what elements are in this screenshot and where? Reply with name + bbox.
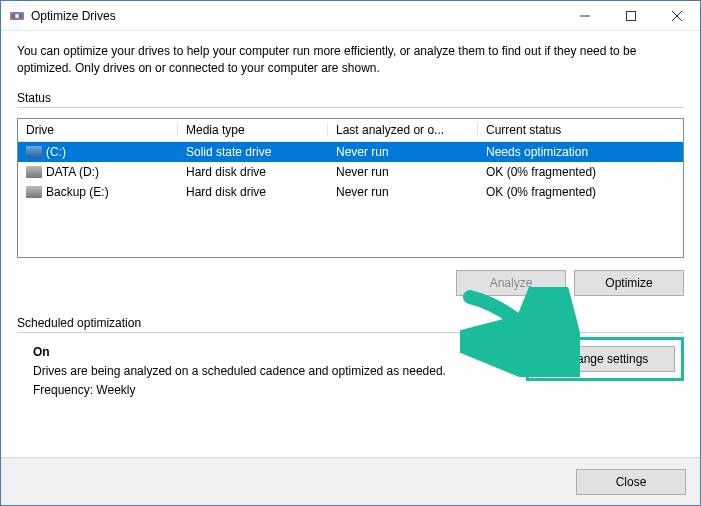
intro-text: You can optimize your drives to help you… bbox=[17, 43, 684, 77]
sched-group-label: Scheduled optimization bbox=[17, 316, 684, 330]
drive-icon bbox=[26, 166, 42, 178]
svg-point-2 bbox=[15, 14, 19, 18]
drive-name: (C:) bbox=[46, 145, 66, 159]
window-controls bbox=[562, 1, 700, 30]
col-drive[interactable]: Drive bbox=[18, 119, 178, 142]
svg-rect-4 bbox=[627, 11, 636, 20]
cell-last: Never run bbox=[328, 162, 478, 182]
cell-media: Hard disk drive bbox=[178, 162, 328, 182]
col-status[interactable]: Current status bbox=[478, 119, 683, 142]
change-settings-button[interactable]: Change settings bbox=[535, 346, 675, 372]
cell-last: Never run bbox=[328, 182, 478, 202]
col-media[interactable]: Media type bbox=[178, 119, 328, 142]
table-row[interactable]: DATA (D:)Hard disk driveNever runOK (0% … bbox=[18, 162, 683, 182]
table-header-row: Drive Media type Last analyzed or o... C… bbox=[18, 119, 683, 142]
minimize-button[interactable] bbox=[562, 1, 608, 30]
cell-last: Never run bbox=[328, 141, 478, 162]
window-title: Optimize Drives bbox=[31, 9, 562, 23]
status-group-label: Status bbox=[17, 91, 684, 105]
cell-status: Needs optimization bbox=[478, 141, 683, 162]
close-button[interactable] bbox=[654, 1, 700, 30]
drive-list[interactable]: Drive Media type Last analyzed or o... C… bbox=[17, 118, 684, 258]
table-row[interactable]: Backup (E:)Hard disk driveNever runOK (0… bbox=[18, 182, 683, 202]
drive-name: Backup (E:) bbox=[46, 185, 109, 199]
dialog-footer: Close bbox=[1, 457, 700, 505]
table-row[interactable]: (C:)Solid state driveNever runNeeds opti… bbox=[18, 141, 683, 162]
title-bar: Optimize Drives bbox=[1, 1, 700, 31]
drive-name: DATA (D:) bbox=[46, 165, 99, 179]
cell-status: OK (0% fragmented) bbox=[478, 162, 683, 182]
sched-freq: Frequency: Weekly bbox=[33, 381, 684, 400]
app-icon bbox=[9, 8, 25, 24]
cell-media: Hard disk drive bbox=[178, 182, 328, 202]
cell-status: OK (0% fragmented) bbox=[478, 182, 683, 202]
close-dialog-button[interactable]: Close bbox=[576, 469, 686, 495]
drive-icon bbox=[26, 186, 42, 198]
divider bbox=[17, 332, 684, 333]
cell-media: Solid state drive bbox=[178, 141, 328, 162]
analyze-button[interactable]: Analyze bbox=[456, 270, 566, 296]
col-last[interactable]: Last analyzed or o... bbox=[328, 119, 478, 142]
optimize-button[interactable]: Optimize bbox=[574, 270, 684, 296]
highlight-box: Change settings bbox=[526, 337, 684, 381]
divider bbox=[17, 107, 684, 108]
drive-icon bbox=[26, 146, 42, 158]
maximize-button[interactable] bbox=[608, 1, 654, 30]
